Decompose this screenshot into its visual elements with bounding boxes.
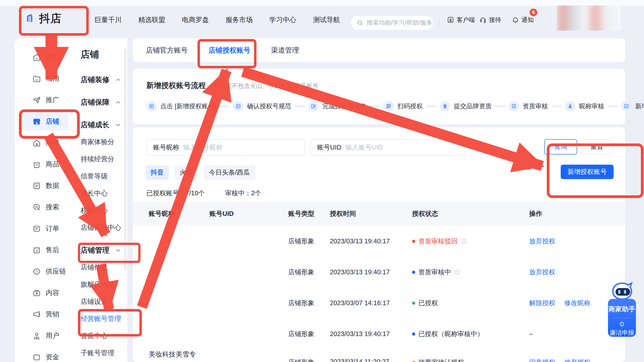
sidebar-item-shop[interactable]: 店铺: [15, 111, 72, 132]
doudian-logo-icon: [24, 13, 36, 24]
sidebar-item-frequent[interactable]: 常用: [15, 68, 72, 89]
submenu-section-decoration[interactable]: 店铺装修: [80, 72, 127, 88]
submenu-item-flagship-review[interactable]: 旗舰店考核: [80, 276, 127, 293]
nav-dianshangluopan[interactable]: 电商罗盘: [182, 15, 209, 25]
platform-tab-huoshan[interactable]: 火山: [174, 165, 198, 180]
agree-auth-link[interactable]: 同意授权: [529, 358, 555, 362]
sidebar-item-promotion[interactable]: 推广: [15, 89, 72, 111]
integrity-report-button[interactable]: 廉洁申报: [610, 329, 634, 337]
submenu-item-guarantee-center[interactable]: 店铺保障中心: [80, 219, 127, 236]
submenu-section-shop-manage[interactable]: 店铺管理: [80, 242, 127, 259]
col-status: 授权状态: [412, 209, 529, 218]
sidebar-item-mall[interactable]: 商城: [15, 132, 72, 154]
submenu-item-experience-score[interactable]: 商家体验分: [80, 133, 127, 150]
reception-label: 接待: [489, 16, 501, 24]
plus-square-icon: [148, 103, 154, 109]
bag-icon: [32, 160, 41, 169]
nav-fuwushichang[interactable]: 服务市场: [226, 15, 253, 25]
submenu-section-growth[interactable]: 店铺成长: [80, 117, 127, 133]
step-label: 扫码授权: [398, 102, 423, 110]
folder-icon: [32, 74, 41, 83]
sidebar-label: 店铺: [46, 117, 59, 126]
uid-filter-placeholder: 输入账号UID: [346, 143, 383, 152]
submenu-item-continuous-score[interactable]: 持续经营分: [80, 150, 127, 167]
uid-filter-label: 账号UID: [317, 143, 341, 152]
tab-official-account[interactable]: 店铺官方账号: [146, 46, 188, 55]
search-placeholder: 搜索功能/学习/帮助/服务: [366, 19, 432, 27]
nickname-filter-placeholder: 输入账号昵称: [183, 143, 222, 152]
flow-steps: 点击 [新增授权账号] 确认授权号规范 完成授权号命名 扫码授权 提交品牌资质: [146, 101, 594, 111]
auth-time: 2023/03/14 11:20:27: [330, 349, 412, 362]
sidebar-item-aftersale[interactable]: 售后: [15, 239, 72, 261]
platform-tab-toutiao-xigua[interactable]: 今日头条/西瓜: [203, 165, 255, 180]
sidebar-item-funds[interactable]: 资金: [15, 346, 72, 362]
info-icon[interactable]: [461, 238, 467, 245]
step-label: 确认授权号规范: [247, 102, 291, 110]
submenu-section-guarantee[interactable]: 店铺保障: [80, 94, 127, 111]
nav-jingxuanlianmeng[interactable]: 精选联盟: [138, 15, 165, 25]
merchant-assistant-robot-icon[interactable]: [609, 280, 636, 303]
table-row: 美妆科技美雪专 店铺形象 2023/03/14 11:20:27 待商家确认授权…: [133, 349, 625, 362]
query-button[interactable]: 查询: [544, 139, 577, 154]
submenu-item-qualification-center[interactable]: 资质中心: [80, 327, 127, 344]
sidebar-item-marketing[interactable]: 营销: [15, 304, 72, 325]
reception-button[interactable]: 接待: [479, 6, 501, 34]
submenu-scrollbar[interactable]: [124, 49, 126, 270]
chevron-down-icon: [115, 247, 121, 253]
sidebar-item-orders[interactable]: 订单: [15, 218, 72, 239]
edit-icon: [310, 103, 316, 109]
sidebar-item-home[interactable]: 首页: [15, 47, 72, 68]
logo[interactable]: 抖店: [24, 11, 62, 26]
flow-connector: [552, 106, 561, 107]
uid-filter-input[interactable]: 账号UID 输入账号UID: [310, 139, 464, 156]
sidebar-item-data[interactable]: 数据: [15, 175, 72, 197]
flow-step-naming: 完成授权号命名: [308, 101, 366, 111]
client-label: 客户端: [457, 16, 475, 24]
tab-channel-manage[interactable]: 渠道管理: [271, 46, 299, 55]
edit-nickname-link[interactable]: 修改昵称: [564, 299, 590, 308]
sidebar-item-search-module[interactable]: 搜索: [15, 197, 72, 218]
sidebar-item-content[interactable]: 内容: [15, 282, 72, 304]
add-authorized-account-button[interactable]: 新增授权账号: [561, 165, 614, 179]
submenu-item-shop-settings[interactable]: 店铺设置: [80, 293, 127, 310]
submenu-item-operating-accounts[interactable]: 经营账号管理: [80, 310, 127, 327]
topbar-divider-2: [550, 19, 550, 28]
col-time: 授权时间: [330, 209, 412, 218]
sidebar-label: 售后: [46, 245, 59, 255]
step-label: 昵称审核: [579, 102, 604, 110]
nav-ceshidaohang[interactable]: 测试导航: [313, 15, 340, 25]
section-label: 店铺装修: [80, 75, 110, 85]
col-nickname: 账号昵称: [148, 209, 210, 218]
nav-xuexizhongxin[interactable]: 学习中心: [269, 15, 296, 25]
reset-button[interactable]: 重置: [581, 139, 613, 154]
nav-juliangqianchuan[interactable]: 巨量千川: [94, 15, 122, 25]
submenu-item-shop-info[interactable]: 店铺信息: [80, 259, 127, 276]
section-label: 店铺管理: [80, 245, 110, 255]
sidebar-item-users[interactable]: 用户: [15, 325, 72, 346]
platform-tab-douyin[interactable]: 抖音: [146, 165, 169, 180]
sidebar-label: 用户: [46, 331, 59, 340]
global-search-input[interactable]: 搜索功能/学习/帮助/服务: [351, 16, 433, 30]
flow-connector: [496, 106, 504, 107]
sidebar-item-supply-chain[interactable]: 供应链: [15, 261, 72, 282]
nickname-filter-input[interactable]: 账号昵称 输入账号昵称: [146, 139, 305, 156]
sidebar-label: 供应链: [46, 267, 66, 276]
submenu-item-rights-center[interactable]: 权益中心: [80, 202, 127, 219]
info-icon[interactable]: [454, 269, 460, 275]
search-icon: [357, 19, 364, 26]
abandon-auth-link[interactable]: 放弃授权: [564, 358, 590, 362]
account-avatar[interactable]: [557, 6, 621, 31]
abandon-auth-link[interactable]: 放弃授权: [529, 268, 555, 277]
medal-icon: [442, 103, 448, 109]
abandon-auth-link[interactable]: 放弃授权: [529, 237, 555, 246]
authorized-count: 已授权账号：7/10个: [146, 189, 205, 198]
sidebar-item-goods[interactable]: 商品: [15, 154, 72, 175]
submenu-item-reputation-level[interactable]: 信誉等级: [80, 167, 127, 185]
submenu-item-growth-center[interactable]: 成长中心: [80, 185, 127, 202]
stamp-icon: [567, 103, 573, 109]
revoke-auth-link[interactable]: 解除授权: [529, 299, 555, 308]
tab-authorized-account[interactable]: 店铺授权账号: [208, 46, 250, 55]
client-download-button[interactable]: 客户端: [447, 6, 475, 34]
merchant-assistant-button[interactable]: 商家助手: [608, 305, 636, 314]
submenu-item-subaccount-manage[interactable]: 子账号管理: [80, 344, 127, 361]
